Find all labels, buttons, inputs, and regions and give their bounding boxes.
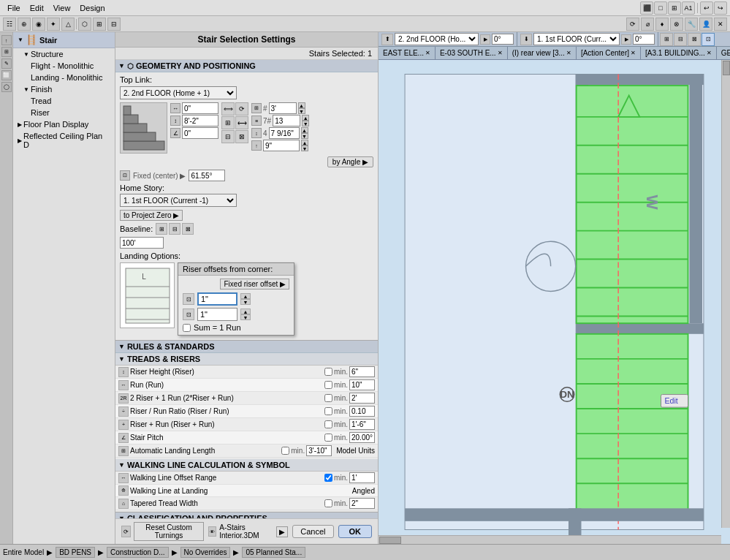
riser-1-stepper[interactable]: ▲ ▼ <box>240 293 251 305</box>
riser-height-check[interactable] <box>324 368 332 376</box>
baseline-input[interactable]: 100' <box>120 237 164 249</box>
nav-btn-1[interactable]: ▶ <box>480 34 490 45</box>
ok-btn[interactable]: OK <box>338 525 373 538</box>
tool-icon[interactable]: ✦ <box>47 18 60 31</box>
view-icon[interactable]: 👤 <box>699 18 712 31</box>
2riser-check[interactable] <box>324 394 332 402</box>
nav-tool-3[interactable]: ⊠ <box>688 33 701 46</box>
riserrun-check[interactable] <box>324 420 332 428</box>
tab-rear-view[interactable]: (I) rear view [3... ✕ <box>508 47 577 59</box>
tool-icon[interactable]: ☷ <box>3 18 16 31</box>
tab-a31[interactable]: [A3.1 BUILDING... ✕ <box>641 47 717 59</box>
tab-east-ele[interactable]: EAST ELE... ✕ <box>379 47 436 59</box>
cancel-btn[interactable]: Cancel <box>292 525 333 538</box>
scrollbar-thumb[interactable] <box>723 61 730 75</box>
riser-item[interactable]: Riser <box>20 107 115 118</box>
left-tool[interactable]: ⊞ <box>1 47 12 57</box>
view-icon[interactable]: ⟳ <box>626 18 639 31</box>
tool-icon[interactable]: ⬡ <box>78 18 91 31</box>
tab-gen[interactable]: GEN ✕ <box>717 47 730 59</box>
baseline-icon-2[interactable]: ⊟ <box>169 223 180 235</box>
reflected-ceiling-item[interactable]: ▶ Reflected Ceiling Plan D <box>13 130 115 151</box>
left-tool[interactable]: ↑ <box>1 35 12 45</box>
right-scrollbar[interactable] <box>721 60 730 528</box>
classification-section-header[interactable]: ▼ CLASSIFICATION AND PROPERTIES <box>115 512 378 518</box>
tread-depth-input[interactable] <box>269 127 300 139</box>
view-icon[interactable]: ⊗ <box>670 18 683 31</box>
run-check[interactable] <box>324 381 332 389</box>
rotate-btn[interactable]: ⟳ <box>235 102 248 116</box>
height-input[interactable] <box>182 115 218 126</box>
nav-tool-1[interactable]: ⊞ <box>660 33 673 46</box>
angle-value[interactable] <box>189 170 225 181</box>
tab-e03[interactable]: E-03 SOUTH E... ✕ <box>436 47 508 59</box>
auto-landing-val[interactable] <box>306 445 332 456</box>
left-tool[interactable]: ◯ <box>1 82 12 92</box>
model-arrow-btn[interactable]: ▶ <box>276 526 288 537</box>
treads-risers-header[interactable]: ▼ TREADS & RISERS <box>115 353 378 366</box>
rules-section-header[interactable]: ▼ RULES & STANDARDS <box>115 340 378 353</box>
riser-input-2[interactable] <box>197 308 237 321</box>
angle-nav-2[interactable] <box>633 34 655 45</box>
fixed-riser-btn[interactable]: Fixed riser offset ▶ <box>220 279 289 290</box>
nav-tool-4[interactable]: ⊡ <box>702 33 715 46</box>
status-planned-btn[interactable]: 05 Planned Sta... <box>242 547 305 558</box>
by-angle-btn[interactable]: by Angle ▶ <box>327 156 373 167</box>
sum-checkbox[interactable] <box>183 324 191 332</box>
nav-icon-2[interactable]: ⬇ <box>520 34 532 45</box>
toolbar-icon-5[interactable]: ↩ <box>700 1 713 15</box>
hscroll-thumb[interactable] <box>379 537 401 544</box>
pitch-val[interactable] <box>349 432 375 443</box>
toolbar-icon-4[interactable]: A1 <box>682 1 695 15</box>
ratio-check[interactable] <box>324 407 332 415</box>
angle-nav-1[interactable] <box>492 34 514 45</box>
close-icon[interactable]: ✕ <box>498 50 503 56</box>
toolbar-icon-6[interactable]: ↪ <box>714 1 727 15</box>
home-story-select[interactable]: 1. 1st FLOOR (Current -1) <box>120 194 237 207</box>
tread-stepper[interactable]: ▲ ▼ <box>301 127 308 139</box>
tool-icon[interactable]: △ <box>61 18 75 31</box>
options-btn[interactable]: ⊠ <box>235 130 248 143</box>
toolbar-icon-2[interactable]: □ <box>654 1 667 15</box>
floor-plan-view[interactable]: W DN Edit <box>379 60 730 544</box>
riser-2-stepper[interactable]: ▲ ▼ <box>240 309 251 320</box>
nav-tool-2[interactable]: ⊟ <box>674 33 687 46</box>
menu-item[interactable]: Edit <box>26 4 48 12</box>
close-icon[interactable]: ✕ <box>707 50 712 56</box>
stair-type-btn[interactable]: ⊞ <box>221 116 235 129</box>
finish-item[interactable]: ▼ Finish <box>20 83 115 95</box>
tread-item[interactable]: Tread <box>20 95 115 107</box>
nav-icon-1[interactable]: ⬆ <box>381 34 393 45</box>
dialog-scroll-content[interactable]: ▼ ⬡ GEOMETRY AND POSITIONING Top Link: 2… <box>115 60 378 518</box>
auto-landing-check[interactable] <box>281 447 289 455</box>
geometry-section-header[interactable]: ▼ ⬡ GEOMETRY AND POSITIONING <box>115 60 378 72</box>
taper-check[interactable] <box>324 499 332 507</box>
num-treads-input[interactable] <box>273 115 300 126</box>
riser-stepper[interactable]: ▲ ▼ <box>301 140 308 151</box>
wl-offset-check[interactable] <box>324 474 332 482</box>
tool-icon[interactable]: ◉ <box>32 18 45 31</box>
toolbar-icon-1[interactable]: ⬛ <box>640 1 653 15</box>
riser-height-input[interactable] <box>263 140 300 151</box>
riser-height-val[interactable] <box>349 366 375 377</box>
view-icon[interactable]: ✕ <box>714 18 727 31</box>
baseline-icon-3[interactable]: ⊠ <box>182 223 194 235</box>
flight-monolithic-item[interactable]: Flight - Monolithic <box>20 60 115 72</box>
close-icon[interactable]: ✕ <box>631 50 636 56</box>
tab-action[interactable]: [Action Center] ✕ <box>577 47 641 59</box>
tool-icon[interactable]: ⊕ <box>18 18 31 31</box>
menu-item[interactable]: View <box>49 4 75 12</box>
align-btn[interactable]: ⊟ <box>221 130 235 143</box>
floor-dropdown-1[interactable]: 2. 2nd FLOOR (Ho... <box>395 33 479 45</box>
2riser-val[interactable] <box>349 393 375 404</box>
riserrun-val[interactable] <box>349 419 375 430</box>
stair-width-input[interactable] <box>269 102 297 114</box>
stair-width-stepper[interactable]: ▲ ▼ <box>298 102 305 114</box>
run-val[interactable] <box>349 379 375 390</box>
reset-btn[interactable]: Reset Custom Turnings <box>134 522 203 541</box>
walking-line-header[interactable]: ▼ WALKING LINE CALCULATION & SYMBOL <box>115 459 378 472</box>
pitch-check[interactable] <box>324 434 332 442</box>
tool-icon[interactable]: ⊟ <box>107 18 121 31</box>
wl-offset-val[interactable] <box>349 472 375 483</box>
status-bd-pens-btn[interactable]: BD PENS <box>56 547 95 558</box>
